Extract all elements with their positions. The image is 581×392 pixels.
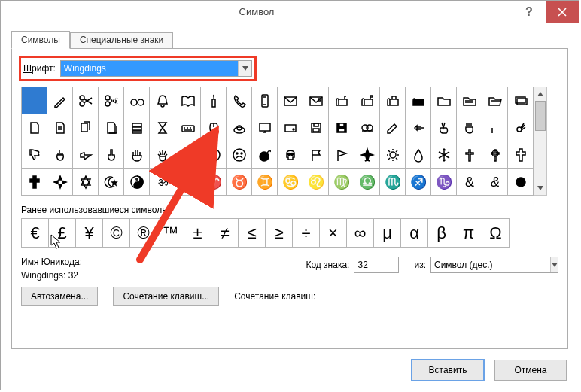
- chevron-down-icon[interactable]: [238, 61, 251, 76]
- symbol-cell-thumbs-down[interactable]: [22, 141, 47, 169]
- tab-special[interactable]: Специальные знаки: [70, 32, 173, 49]
- symbol-cell-capricorn[interactable]: ♑: [431, 169, 457, 196]
- chevron-down-icon[interactable]: [550, 257, 558, 272]
- symbol-cell-candle[interactable]: [201, 87, 227, 114]
- symbol-cell-finger-up[interactable]: [99, 141, 124, 169]
- recent-symbol[interactable]: ™: [157, 219, 184, 248]
- from-input[interactable]: [431, 257, 550, 272]
- symbol-cell-wheel[interactable]: [175, 169, 201, 196]
- recent-symbol[interactable]: Ω: [482, 219, 510, 248]
- symbol-cell-flip-off[interactable]: [47, 141, 73, 169]
- autocorrect-button[interactable]: Автозамена...: [21, 287, 98, 306]
- symbol-cell-scissors-cut[interactable]: [99, 87, 124, 114]
- symbol-cell-crescent-star[interactable]: [99, 169, 124, 196]
- symbol-cell-glasses[interactable]: [124, 87, 150, 114]
- symbol-cell-filing[interactable]: [124, 114, 150, 141]
- symbol-cell-skull[interactable]: [278, 141, 303, 169]
- symbol-cell-pages[interactable]: [73, 114, 99, 141]
- symbol-cell-scissors[interactable]: [73, 87, 99, 114]
- symbol-cell-mailbox-open[interactable]: [380, 87, 406, 114]
- recent-symbol[interactable]: ±: [184, 219, 211, 248]
- recent-symbol[interactable]: ≥: [266, 219, 293, 248]
- symbol-cell-ampersand[interactable]: &: [457, 169, 482, 196]
- symbol-cell-hand-victory[interactable]: [431, 114, 457, 141]
- symbol-cell-book-open[interactable]: [175, 87, 201, 114]
- symbol-cell-om[interactable]: ॐ: [150, 169, 175, 196]
- symbol-cell-thumbs-up[interactable]: [482, 114, 508, 141]
- recent-symbol[interactable]: ÷: [293, 219, 320, 248]
- scroll-up-button[interactable]: [534, 87, 546, 101]
- recent-symbol[interactable]: π: [455, 219, 482, 248]
- recent-symbol[interactable]: £: [49, 219, 76, 248]
- symbol-cell-cross-heavy[interactable]: [22, 169, 47, 196]
- symbol-cell-snowflake[interactable]: [431, 141, 457, 169]
- insert-button[interactable]: Вставить: [412, 360, 484, 381]
- recent-symbol[interactable]: α: [401, 219, 428, 248]
- scroll-track[interactable]: [534, 101, 546, 181]
- symbol-cell-pencil[interactable]: [47, 87, 73, 114]
- from-combo[interactable]: [430, 257, 558, 273]
- symbol-cell-keyboard[interactable]: [175, 114, 201, 141]
- tab-symbols[interactable]: Символы: [11, 31, 70, 49]
- shortcut-button[interactable]: Сочетание клавиш...: [113, 287, 219, 306]
- symbol-cell-sun[interactable]: [380, 141, 406, 169]
- symbol-cell-taurus[interactable]: ♉: [227, 169, 252, 196]
- recent-symbol[interactable]: μ: [374, 219, 401, 248]
- symbol-cell-virgo[interactable]: ♍: [329, 169, 354, 196]
- symbol-cell-raindrop[interactable]: [406, 141, 431, 169]
- code-input[interactable]: [354, 257, 399, 273]
- recent-symbol[interactable]: ®: [130, 219, 157, 248]
- symbol-cell-hand-spread[interactable]: [150, 141, 175, 169]
- recent-symbol[interactable]: ×: [320, 219, 347, 248]
- symbol-cell-monitor[interactable]: [252, 114, 278, 141]
- symbol-cell-floppy[interactable]: [303, 114, 329, 141]
- symbol-cell-frown[interactable]: [227, 141, 252, 169]
- symbol-cell-mailbox-flag[interactable]: [354, 87, 380, 114]
- font-combo[interactable]: [60, 60, 252, 77]
- recent-symbol[interactable]: €: [22, 219, 49, 248]
- symbol-cell-cancer[interactable]: ♋: [278, 169, 303, 196]
- symbol-cell-hand-stop[interactable]: [457, 114, 482, 141]
- symbol-cell-page-shadow[interactable]: [99, 114, 124, 141]
- symbol-cell-airplane[interactable]: [354, 141, 380, 169]
- symbol-cell-harddisk[interactable]: [278, 114, 303, 141]
- symbol-cell-hourglass[interactable]: [150, 114, 175, 141]
- symbol-cell-mailbox[interactable]: [329, 87, 354, 114]
- close-button[interactable]: [546, 1, 579, 23]
- symbol-cell-folder-open[interactable]: [482, 87, 508, 114]
- symbol-cell-cross[interactable]: [457, 141, 482, 169]
- symbol-cell-hand-point-right[interactable]: [73, 141, 99, 169]
- symbol-cell-envelope-stamp[interactable]: [303, 87, 329, 114]
- symbol-cell-yin-yang[interactable]: [124, 169, 150, 196]
- symbol-cell-hand-ok[interactable]: [508, 114, 534, 141]
- symbol-cell-star-david[interactable]: [73, 169, 99, 196]
- symbol-cell-trackball[interactable]: [227, 114, 252, 141]
- symbol-cell-pennant[interactable]: [329, 141, 354, 169]
- recent-symbol[interactable]: ∞: [347, 219, 374, 248]
- symbol-cell-envelope[interactable]: [278, 87, 303, 114]
- symbol-cell-cross-maltese[interactable]: [47, 169, 73, 196]
- scroll-thumb[interactable]: [535, 101, 546, 131]
- symbol-cell-mouse[interactable]: [201, 114, 227, 141]
- symbol-cell-hand-open[interactable]: [124, 141, 150, 169]
- scroll-down-button[interactable]: [534, 181, 546, 195]
- symbol-cell-smile[interactable]: [175, 141, 201, 169]
- symbol-cell-phone[interactable]: [227, 87, 252, 114]
- symbol-cell-folder-stack[interactable]: [508, 87, 534, 114]
- symbol-cell-tape[interactable]: [354, 114, 380, 141]
- symbol-cell-folder[interactable]: [431, 87, 457, 114]
- recent-symbol[interactable]: ≠: [211, 219, 239, 248]
- symbol-cell-blank[interactable]: [22, 87, 47, 114]
- symbol-cell-floppy-bold[interactable]: [329, 114, 354, 141]
- symbol-cell-scorpio[interactable]: ♏: [380, 169, 406, 196]
- symbol-cell-libra[interactable]: ♎: [354, 169, 380, 196]
- symbol-cell-cross-celtic[interactable]: [482, 141, 508, 169]
- recent-symbol[interactable]: ≤: [239, 219, 266, 248]
- symbol-cell-ampersand-italic[interactable]: &: [482, 169, 508, 196]
- symbol-cell-page[interactable]: [22, 114, 47, 141]
- symbol-cell-folder-files[interactable]: [457, 87, 482, 114]
- symbol-cell-gemini[interactable]: ♊: [252, 169, 278, 196]
- symbol-cell-hand-left[interactable]: [406, 114, 431, 141]
- symbol-cell-aries[interactable]: ♈: [201, 169, 227, 196]
- symbol-cell-sagittarius[interactable]: ♐: [406, 169, 431, 196]
